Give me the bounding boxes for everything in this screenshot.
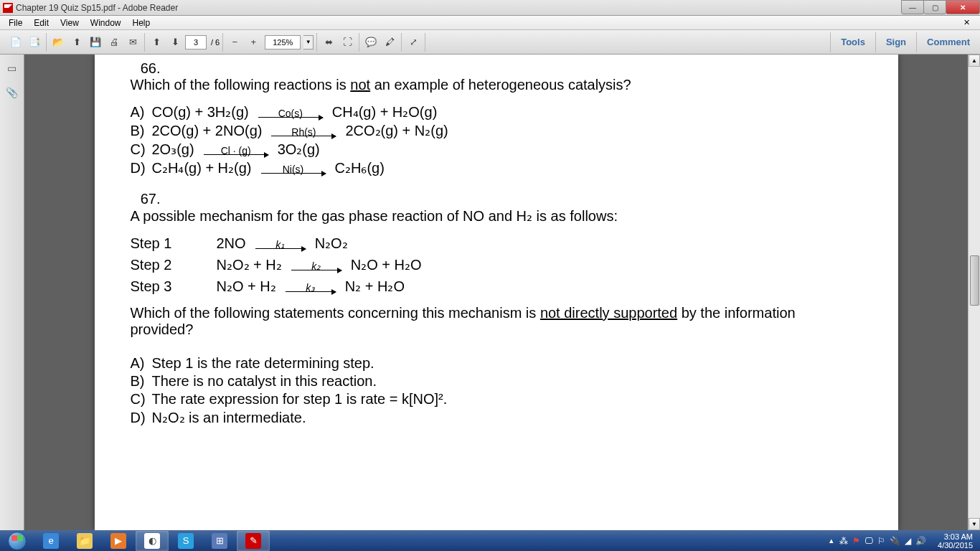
taskbar: e 📁 ▶ ◐ S ⊞ ✎ ▴ ⁂ ⚑ 🖵 ⚐ 🔌 ◢ 🔊 3:03 AM 4/… [0,530,980,551]
menu-help[interactable]: Help [127,18,156,28]
tray-display-icon[interactable]: 🖵 [864,536,873,546]
maximize-button[interactable]: ▢ [923,0,946,14]
task-explorer[interactable]: 📁 [68,531,101,551]
tray-show-hidden-icon[interactable]: ▴ [829,536,834,545]
print-icon[interactable]: 🖨 [105,34,123,51]
save-icon[interactable]: ⬆ [68,34,85,51]
q66-option-d: D) C₂H₄(g) + H₂(g) Ni(s) C₂H₆(g) [131,159,834,176]
q66-number: 66. [131,60,161,77]
tray-network-icon[interactable]: ◢ [905,536,911,546]
sign-button[interactable]: Sign [875,32,916,52]
q67-answer-a: A)Step 1 is the rate determining step. [131,355,834,372]
menu-file[interactable]: File [3,18,28,28]
q67-prompt: A possible mechanism for the gas phase r… [131,208,618,224]
workspace: ▭ 📎 66. Which of the following reactions… [0,55,980,530]
zoom-in-icon[interactable]: + [245,34,262,51]
page-number-input[interactable] [185,35,207,50]
zoom-dropdown-icon[interactable]: ▼ [303,35,314,50]
toolbar: 📄 📑 📂 ⬆ 💾 🖨 ✉ ⬆ ⬇ / 6 − + ▼ ⬌ ⛶ 💬 🖍 ⤢ To… [0,30,980,55]
thumbnails-icon[interactable]: ▭ [3,59,22,77]
q67-number: 67. [131,191,161,207]
q67-body: A possible mechanism for the gas phase r… [131,207,834,428]
q67-answer-b: B)There is no catalyst in this reaction. [131,373,834,390]
page-area[interactable]: 66. Which of the following reactions is … [24,55,968,530]
windows-logo-icon [8,532,27,550]
create-pdf-icon[interactable]: 📑 [26,34,43,51]
q66-prompt: Which of the following reactions is not … [131,77,834,178]
menu-window[interactable]: Window [85,18,127,28]
q66-option-a: A) CO(g) + 3H₂(g) Co(s) CH₄(g) + H₂O(g) [131,103,834,121]
scroll-thumb[interactable] [970,255,979,306]
q67-followup: Which of the following statements concer… [131,305,834,338]
q67-answer-c: C)The rate expression for step 1 is rate… [131,391,834,408]
page-total-label: / 6 [211,38,220,47]
scroll-up-icon[interactable]: ▲ [969,55,980,67]
task-adobe-reader[interactable]: ✎ [237,531,270,551]
fit-width-icon[interactable]: ⬌ [320,34,337,51]
open-icon[interactable]: 📂 [50,34,67,51]
vertical-scrollbar[interactable]: ▲ ▼ [968,55,980,530]
page-up-icon[interactable]: ⬆ [148,34,165,51]
scroll-down-icon[interactable]: ▼ [969,518,980,530]
task-ie[interactable]: e [34,531,67,551]
q67-step-1: Step 1 2NO k₁ N₂O₂ [131,235,834,252]
tray-flag-icon[interactable]: ⚐ [877,536,885,546]
q67-step-3: Step 3 N₂O + H₂ k₃ N₂ + H₂O [131,278,834,295]
tray-bluetooth-icon[interactable]: ⁂ [839,536,848,546]
comment-button[interactable]: Comment [916,32,980,52]
export-pdf-icon[interactable]: 📄 [7,34,24,51]
q67-step-2: Step 2 N₂O₂ + H₂ k₂ N₂O + H₂O [131,256,834,273]
system-tray: ▴ ⁂ ⚑ 🖵 ⚐ 🔌 ◢ 🔊 3:03 AM 4/30/2015 [829,531,980,551]
task-skype[interactable]: S [169,531,202,551]
zoom-input[interactable] [265,35,301,50]
tray-time: 3:03 AM [938,532,973,541]
sidebar: ▭ 📎 [0,55,24,530]
menu-edit[interactable]: Edit [28,18,55,28]
tray-clock[interactable]: 3:03 AM 4/30/2015 [932,531,979,551]
highlight-icon[interactable]: 🖍 [381,34,398,51]
pdf-page: 66. Which of the following reactions is … [95,55,898,530]
adobe-reader-icon [3,3,13,13]
window-title: Chapter 19 Quiz Sp15.pdf - Adobe Reader [16,3,178,13]
close-button[interactable]: ✕ [946,0,980,14]
menu-view[interactable]: View [55,18,85,28]
email-icon[interactable]: ✉ [124,34,141,51]
q67-answer-d: D)N₂O₂ is an intermediate. [131,409,834,426]
save2-icon[interactable]: 💾 [87,34,104,51]
tray-security-icon[interactable]: ⚑ [852,536,860,546]
fit-page-icon[interactable]: ⛶ [339,34,356,51]
zoom-out-icon[interactable]: − [226,34,243,51]
tools-button[interactable]: Tools [830,32,875,52]
page-down-icon[interactable]: ⬇ [166,34,184,51]
titlebar: Chapter 19 Quiz Sp15.pdf - Adobe Reader … [0,0,980,16]
q66-option-c: C) 2O₃(g) Cl · (g) 3O₂(g) [131,141,834,158]
attachments-icon[interactable]: 📎 [3,83,22,102]
comment-bubble-icon[interactable]: 💬 [362,34,380,51]
minimize-button[interactable]: — [901,0,924,14]
start-button[interactable] [0,530,34,551]
tray-date: 4/30/2015 [938,541,973,550]
window-controls: — ▢ ✕ [902,0,980,14]
task-chrome[interactable]: ◐ [136,531,169,551]
q66-option-b: B) 2CO(g) + 2NO(g) Rh(s) 2CO₂(g) + N₂(g) [131,122,834,139]
read-mode-icon[interactable]: ⤢ [405,34,422,51]
tray-volume-icon[interactable]: 🔊 [915,536,926,546]
task-calculator[interactable]: ⊞ [203,531,236,551]
menubar: File Edit View Window Help ✕ [0,16,980,30]
tray-power-icon[interactable]: 🔌 [890,536,900,546]
task-mediaplayer[interactable]: ▶ [102,531,135,551]
menu-close-icon[interactable]: ✕ [958,18,976,27]
